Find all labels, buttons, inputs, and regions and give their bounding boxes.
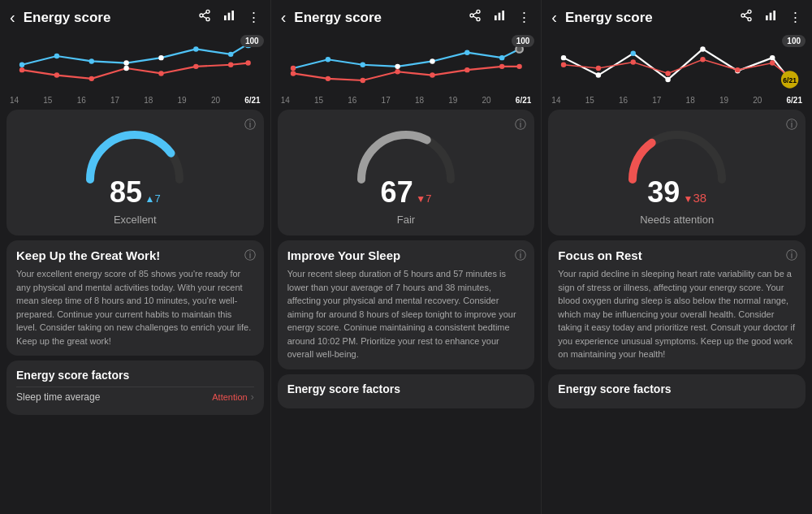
more-icon-1[interactable]: ⋮ — [247, 9, 261, 26]
chart-svg-2 — [278, 32, 535, 93]
chart-tooltip-2: 100 — [512, 35, 535, 47]
title-2: Energy score — [294, 10, 462, 26]
svg-rect-29 — [495, 15, 497, 20]
title-1: Energy score — [24, 10, 192, 26]
chart-tooltip-1: 100 — [240, 35, 264, 47]
svg-point-1 — [200, 14, 203, 17]
svg-point-9 — [54, 54, 59, 58]
svg-point-44 — [430, 72, 434, 77]
insight-title-1: Keep Up the Great Work! — [16, 248, 254, 262]
header-1: ‹ Energy score ⋮ — [0, 0, 270, 32]
score-number-1: 85 ▲857 — [110, 175, 161, 209]
svg-rect-5 — [224, 15, 227, 20]
share-icon-1[interactable] — [198, 9, 211, 26]
back-button-1[interactable]: ‹ — [10, 8, 15, 27]
date-19: 19 — [178, 96, 187, 105]
factors-card-1: Energy score factors Sleep time average … — [6, 361, 264, 415]
svg-rect-7 — [231, 11, 234, 20]
svg-point-24 — [477, 10, 480, 13]
insight-card-3: ⓘ Focus on Rest Your rapid decline in sl… — [548, 240, 806, 369]
share-icon-3[interactable] — [740, 9, 753, 26]
svg-point-60 — [701, 46, 706, 51]
date-18: 18 — [144, 96, 153, 105]
score-label-2: Fair — [287, 214, 525, 226]
svg-point-47 — [516, 64, 521, 69]
insight-title-3: Focus on Rest — [558, 248, 796, 262]
svg-point-12 — [158, 55, 163, 60]
date-16: 16 — [77, 96, 86, 105]
share-icon-2[interactable] — [469, 9, 482, 26]
chart-svg-1 — [6, 32, 264, 93]
score-card-2: ⓘ 67 ▼7 Fair — [278, 110, 535, 235]
header-icons-3: ⋮ — [740, 9, 802, 26]
header-icons-1: ⋮ — [198, 9, 261, 26]
svg-point-13 — [193, 46, 198, 51]
more-icon-3[interactable]: ⋮ — [788, 9, 802, 26]
svg-point-50 — [748, 18, 751, 21]
insight-info-icon-2[interactable]: ⓘ — [515, 248, 526, 263]
svg-point-18 — [89, 76, 94, 81]
svg-point-59 — [666, 77, 671, 82]
svg-line-28 — [473, 12, 477, 15]
insight-text-2: Your recent sleep duration of 5 hours an… — [287, 267, 525, 361]
svg-rect-54 — [770, 13, 772, 20]
factor-row-1[interactable]: Sleep time average Attention › — [16, 387, 254, 407]
insight-info-icon-3[interactable]: ⓘ — [786, 248, 797, 263]
svg-point-41 — [325, 76, 330, 81]
svg-point-46 — [499, 64, 504, 69]
svg-point-8 — [19, 63, 24, 67]
insight-info-icon-1[interactable]: ⓘ — [244, 248, 256, 263]
svg-point-10 — [89, 58, 94, 63]
chart-area-1: 100 — [0, 32, 270, 105]
header-2: ‹ Energy score ⋮ — [271, 0, 542, 32]
svg-point-34 — [360, 63, 365, 67]
svg-point-17 — [54, 72, 59, 77]
factors-card-2: Energy score factors — [278, 374, 535, 408]
svg-point-45 — [464, 67, 469, 72]
svg-point-71 — [770, 60, 775, 65]
svg-point-43 — [395, 69, 400, 74]
screen-1: ‹ Energy score ⋮ 100 — [0, 0, 271, 514]
back-button-3[interactable]: ‹ — [551, 8, 557, 27]
svg-rect-55 — [773, 11, 775, 20]
svg-point-19 — [123, 66, 128, 71]
svg-line-52 — [745, 12, 749, 15]
svg-point-67 — [631, 59, 636, 64]
back-button-2[interactable]: ‹ — [281, 8, 287, 27]
chart-icon-1[interactable] — [222, 9, 235, 26]
factor-label-1: Sleep time average — [16, 391, 100, 403]
score-info-icon-2[interactable]: ⓘ — [515, 118, 526, 132]
date-20: 20 — [211, 96, 220, 105]
score-change-1: ▲857 — [142, 192, 161, 205]
chart-area-3: 100 6/21 — [542, 32, 812, 105]
chart-svg-3: 6/21 — [548, 32, 806, 93]
svg-point-42 — [360, 78, 365, 83]
chart-icon-2[interactable] — [493, 9, 506, 26]
svg-point-36 — [430, 58, 434, 63]
svg-point-23 — [245, 60, 250, 65]
svg-point-21 — [193, 64, 198, 69]
svg-point-70 — [735, 67, 740, 72]
svg-point-32 — [291, 66, 296, 71]
gauge-3: 39 ▼38 — [558, 121, 796, 207]
insight-text-3: Your rapid decline in sleeping heart rat… — [558, 267, 796, 361]
svg-rect-31 — [503, 11, 505, 20]
factor-value-1: Attention — [212, 392, 247, 402]
chart-icon-3[interactable] — [764, 9, 777, 26]
svg-point-22 — [228, 63, 233, 67]
score-number-3: 39 ▼38 — [647, 175, 706, 209]
factors-title-2: Energy score factors — [287, 382, 525, 395]
svg-point-66 — [596, 66, 601, 71]
score-info-icon-1[interactable]: ⓘ — [244, 118, 256, 132]
svg-point-14 — [228, 52, 233, 57]
svg-rect-6 — [227, 13, 230, 20]
date-621: 6/21 — [244, 96, 260, 105]
header-3: ‹ Energy score ⋮ — [542, 0, 812, 32]
svg-line-27 — [473, 16, 477, 19]
score-change-2: ▼7 — [413, 192, 432, 205]
more-icon-2[interactable]: ⋮ — [517, 9, 531, 26]
svg-line-3 — [202, 16, 206, 19]
score-info-icon-3[interactable]: ⓘ — [786, 118, 797, 132]
screen-2: ‹ Energy score ⋮ 100 — [271, 0, 542, 514]
svg-rect-53 — [766, 15, 768, 20]
